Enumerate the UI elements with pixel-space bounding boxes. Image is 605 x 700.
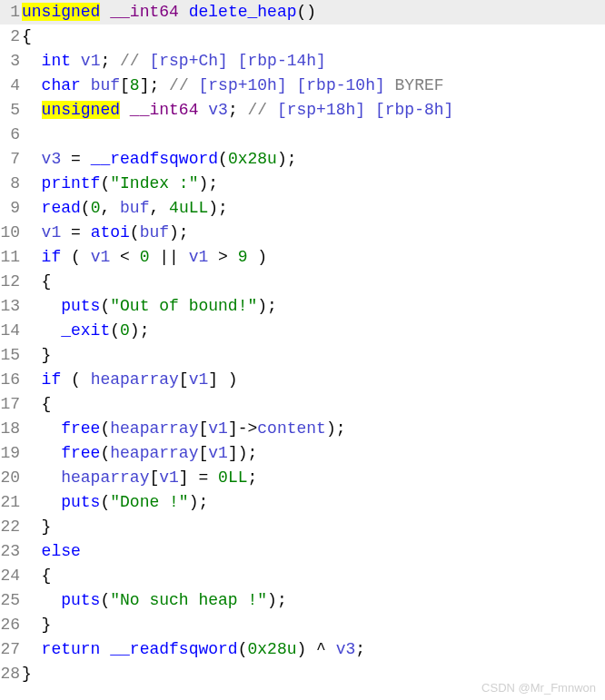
highlighted-keyword: unsigned	[22, 3, 100, 21]
code-content: heaparray[v1] = 0LL;	[22, 466, 605, 490]
code-line: 16 if ( heaparray[v1] )	[0, 368, 605, 392]
indent	[22, 76, 42, 94]
space	[228, 52, 238, 70]
string: "No such heap !"	[110, 591, 267, 609]
bracket: [	[149, 468, 159, 487]
paren: (	[100, 419, 110, 438]
line-number: 25	[0, 588, 22, 613]
number: 0	[140, 248, 150, 266]
comment-ref: [rsp+10h]	[198, 76, 286, 94]
code-line: 7 v3 = __readfsqword(0x28u);	[0, 147, 605, 172]
brace: }	[42, 346, 52, 364]
code-content: puts("Done !");	[22, 490, 605, 515]
parens: ()	[297, 3, 317, 21]
variable: v1	[81, 52, 101, 70]
operator: ) ^	[297, 640, 336, 658]
paren: (	[61, 248, 90, 266]
paren: (	[130, 223, 140, 242]
paren: (	[218, 150, 228, 168]
function-call: __readfsqword	[91, 150, 218, 168]
code-content: {	[22, 25, 605, 49]
line-number: 4	[0, 74, 22, 98]
code-content: unsigned __int64 v3; // [rsp+18h] [rbp-8…	[22, 98, 605, 123]
paren: (	[100, 297, 110, 315]
keyword: if	[42, 370, 62, 389]
line-number: 18	[0, 417, 22, 441]
variable: heaparray	[110, 444, 198, 462]
code-content: v3 = __readfsqword(0x28u);	[22, 147, 605, 172]
comment-ref: [rsp+18h]	[277, 101, 365, 119]
indent	[22, 150, 42, 168]
line-number: 10	[0, 221, 22, 245]
paren: (	[61, 370, 90, 389]
indent	[22, 419, 61, 438]
indent	[22, 468, 61, 487]
code-content: }	[22, 343, 605, 368]
code-line: 19 free(heaparray[v1]);	[0, 441, 605, 466]
code-content	[22, 123, 605, 147]
line-number: 6	[0, 123, 22, 147]
code-line: 17 {	[0, 392, 605, 417]
line-number: 19	[0, 441, 22, 466]
line-number: 2	[0, 25, 22, 49]
line-number: 1	[0, 0, 22, 25]
line-number: 22	[0, 515, 22, 539]
comment: //	[248, 101, 277, 119]
code-line: 18 free(heaparray[v1]->content);	[0, 417, 605, 441]
code-line: 23 else	[0, 539, 605, 564]
comment: //	[169, 76, 198, 94]
number: 8	[130, 76, 140, 94]
line-number: 7	[0, 147, 22, 172]
comment-ref: [rbp-14h]	[238, 52, 326, 70]
indent	[22, 346, 42, 364]
variable: v1	[208, 419, 228, 438]
function-call: __readfsqword	[110, 640, 237, 658]
type-keyword: __int64	[130, 101, 199, 119]
punct: ;	[228, 101, 248, 119]
variable: buf	[120, 199, 149, 217]
paren: );	[130, 321, 150, 340]
comment: //	[120, 52, 149, 70]
paren: (	[110, 321, 120, 340]
code-line: 5 unsigned __int64 v3; // [rsp+18h] [rbp…	[0, 98, 605, 123]
line-number: 20	[0, 466, 22, 490]
comma: ,	[100, 199, 120, 217]
bracket: [	[120, 76, 130, 94]
code-line: 20 heaparray[v1] = 0LL;	[0, 466, 605, 490]
number: 0LL	[218, 468, 247, 487]
code-line: 21 puts("Done !");	[0, 490, 605, 515]
brace: {	[42, 272, 52, 291]
space	[287, 76, 297, 94]
line-number: 8	[0, 172, 22, 196]
code-content: char buf[8]; // [rsp+10h] [rbp-10h] BYRE…	[22, 74, 605, 98]
indent	[22, 174, 42, 192]
paren: );	[189, 493, 209, 511]
line-number: 13	[0, 294, 22, 319]
code-line: 27 return __readfsqword(0x28u) ^ v3;	[0, 637, 605, 662]
line-number: 26	[0, 613, 22, 637]
string: "Index :"	[110, 174, 198, 192]
variable: buf	[140, 223, 169, 242]
line-number: 14	[0, 319, 22, 343]
variable: v3	[42, 150, 62, 168]
comment-ref: [rbp-10h]	[297, 76, 385, 94]
code-line: 8 printf("Index :");	[0, 172, 605, 196]
space	[198, 101, 208, 119]
space	[81, 76, 91, 94]
punct: ;	[100, 52, 120, 70]
brace: }	[22, 665, 32, 683]
paren: (	[100, 174, 110, 192]
number: 0x28u	[247, 640, 296, 658]
code-line: 26 }	[0, 613, 605, 637]
highlighted-keyword: unsigned	[42, 101, 120, 119]
function-call: free	[61, 419, 100, 438]
indent	[22, 199, 42, 217]
operator: =	[61, 223, 90, 242]
function-call: free	[61, 444, 100, 462]
space	[100, 640, 110, 658]
code-block: 1unsigned __int64 delete_heap() 2{ 3 int…	[0, 0, 605, 686]
paren: (	[81, 199, 91, 217]
code-content: free(heaparray[v1]);	[22, 441, 605, 466]
paren: (	[238, 640, 248, 658]
paren: (	[100, 591, 110, 609]
